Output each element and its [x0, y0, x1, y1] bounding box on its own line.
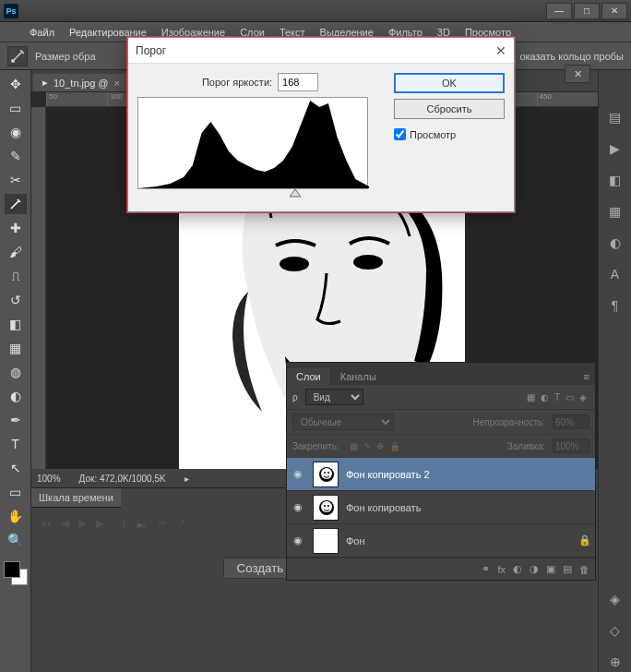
lasso-tool[interactable]: ◉	[5, 122, 27, 142]
vertical-ruler	[31, 107, 46, 469]
healing-tool[interactable]: ✚	[5, 218, 27, 238]
eraser-tool[interactable]: ◧	[5, 314, 27, 334]
menu-filter[interactable]: Фильтр	[381, 27, 430, 38]
type-panel-icon[interactable]: A	[605, 264, 625, 284]
fx-icon[interactable]: fx	[497, 564, 506, 575]
layer-name[interactable]: Фон копировать	[346, 502, 421, 513]
stamp-tool[interactable]: ⎍	[5, 266, 27, 286]
channels-tab[interactable]: Каналы	[331, 368, 387, 385]
link-icon[interactable]: ⚭	[482, 563, 490, 575]
threshold-dialog: Порог ✕ Порог яркости: OK Сбросить	[127, 37, 515, 212]
layer-thumbnail[interactable]	[313, 528, 339, 554]
document-tab[interactable]: ▸ 10_tn.jpg @ ×	[33, 74, 129, 91]
cube-icon[interactable]: ◈	[605, 589, 625, 609]
trash-icon[interactable]: 🗑	[579, 564, 589, 575]
lock-icon: 🔒	[578, 534, 591, 546]
crop-tool[interactable]: ✂	[5, 170, 27, 190]
play-icon[interactable]: ▶	[605, 138, 625, 159]
prev-frame-icon[interactable]: ◀	[61, 517, 69, 530]
speaker-icon[interactable]: 🔈	[135, 517, 149, 530]
panel-close-button[interactable]: ✕	[565, 65, 590, 83]
next-frame-icon[interactable]: ▶	[96, 517, 104, 530]
visibility-icon[interactable]: ◉	[291, 534, 305, 546]
color-icon[interactable]: ◧	[605, 170, 625, 190]
visibility-icon[interactable]: ◉	[291, 468, 305, 480]
slider-thumb-icon[interactable]	[290, 189, 301, 200]
options-label-right: оказать кольцо пробы	[519, 51, 624, 62]
foreground-color-swatch[interactable]	[4, 561, 20, 578]
menu-layers[interactable]: Слои	[232, 27, 272, 38]
menu-file[interactable]: Файл	[22, 27, 62, 38]
layers-icon[interactable]: ◇	[605, 620, 625, 641]
adjustments-icon[interactable]: ◐	[605, 233, 625, 253]
hand-tool[interactable]: ✋	[5, 506, 27, 526]
move-tool[interactable]: ✥	[5, 74, 27, 94]
layer-row[interactable]: ◉ Фон копировать 2	[287, 458, 595, 491]
color-swatches[interactable]	[4, 561, 28, 585]
visibility-icon[interactable]: ◉	[291, 501, 305, 513]
panel-menu-icon[interactable]: ≡	[578, 368, 595, 385]
group-icon[interactable]: ▣	[546, 563, 555, 575]
play-icon[interactable]: ▶	[78, 517, 87, 530]
window-close-button[interactable]: ✕	[601, 3, 627, 19]
new-layer-icon[interactable]: ▤	[563, 563, 572, 575]
menu-text[interactable]: Текст	[272, 27, 313, 38]
threshold-input[interactable]	[278, 73, 318, 91]
svg-point-10	[327, 505, 329, 507]
fill-input[interactable]	[553, 438, 589, 453]
blend-mode-select[interactable]: Обычные	[292, 414, 394, 430]
swatches-icon[interactable]: ▦	[605, 201, 625, 222]
eyedropper-tool[interactable]	[5, 194, 27, 214]
threshold-slider[interactable]	[137, 189, 368, 202]
timeline-tab[interactable]: Шкала времени	[31, 488, 121, 508]
preview-checkbox-row[interactable]: Просмотр	[394, 128, 505, 140]
history-icon[interactable]: ▤	[605, 107, 625, 127]
globe-icon[interactable]: ⊕	[605, 652, 625, 672]
type-tool[interactable]: T	[5, 434, 27, 454]
layer-row[interactable]: ◉ Фон 🔒	[287, 524, 595, 558]
brush-tool[interactable]: 🖌	[5, 242, 27, 262]
gradient-tool[interactable]: ▦	[5, 338, 27, 358]
filter-icons[interactable]: ▦◐T▭◈	[524, 392, 589, 402]
active-tool-icon[interactable]	[7, 46, 28, 66]
opacity-input[interactable]	[553, 414, 589, 429]
window-minimize-button[interactable]: —	[546, 3, 572, 19]
menu-select[interactable]: Выделение	[313, 27, 381, 38]
layer-name[interactable]: Фон копировать 2	[346, 469, 430, 480]
zoom-level[interactable]: 100%	[37, 474, 61, 484]
window-maximize-button[interactable]: □	[574, 3, 600, 19]
layer-row[interactable]: ◉ Фон копировать	[287, 491, 595, 524]
dodge-tool[interactable]: ◐	[5, 386, 27, 406]
zoom-tool[interactable]: 🔍	[5, 530, 27, 550]
dialog-close-button[interactable]: ✕	[495, 43, 506, 58]
close-icon[interactable]: ×	[114, 78, 120, 89]
adjustment-icon[interactable]: ◑	[530, 563, 539, 575]
shape-tool[interactable]: ▭	[5, 482, 27, 502]
paragraph-icon[interactable]: ¶	[605, 295, 625, 316]
layer-name[interactable]: Фон	[346, 535, 365, 546]
menu-3d[interactable]: 3D	[430, 27, 458, 38]
layers-tab[interactable]: Слои	[287, 368, 331, 385]
pen-tool[interactable]: ✒	[5, 410, 27, 430]
scissors-icon[interactable]: ✂	[158, 517, 167, 530]
layer-kind-select[interactable]: Вид	[305, 389, 363, 405]
preview-checkbox[interactable]	[394, 128, 406, 140]
right-panel-rail: ▤ ▶ ◧ ▦ ◐ A ¶ ◈ ◇ ⊕	[598, 70, 631, 672]
reset-button[interactable]: Сбросить	[394, 99, 505, 119]
dialog-titlebar[interactable]: Порог ✕	[128, 38, 514, 64]
first-frame-icon[interactable]: ⏮	[41, 517, 52, 530]
blur-tool[interactable]: ◍	[5, 362, 27, 382]
menu-view[interactable]: Просмотр	[458, 27, 518, 38]
path-select-tool[interactable]: ↖	[5, 458, 27, 478]
marquee-tool[interactable]: ▭	[5, 98, 27, 118]
mask-icon[interactable]: ◐	[513, 563, 522, 575]
history-brush-tool[interactable]: ↺	[5, 290, 27, 310]
ok-button[interactable]: OK	[394, 73, 505, 93]
menu-edit[interactable]: Редактирование	[62, 27, 154, 38]
layer-thumbnail[interactable]	[313, 495, 339, 521]
menu-image[interactable]: Изображение	[154, 27, 232, 38]
arrow-icon[interactable]: ↗	[176, 517, 185, 530]
opacity-label: Непрозрачность:	[472, 417, 545, 427]
layer-thumbnail[interactable]	[313, 462, 339, 487]
quick-select-tool[interactable]: ✎	[5, 146, 27, 166]
